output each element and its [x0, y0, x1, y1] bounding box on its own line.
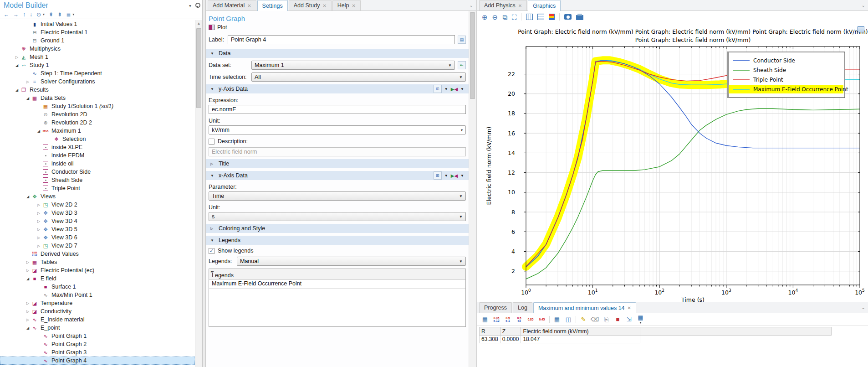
- move-down-icon[interactable]: ↓: [30, 11, 32, 18]
- collapse-icon[interactable]: ◢: [36, 129, 42, 133]
- expand-all-icon[interactable]: ⇟: [57, 11, 62, 18]
- settings-tab-add-material[interactable]: Add Material✕: [208, 0, 256, 10]
- color-legend-icon[interactable]: [549, 14, 555, 20]
- tree-item-triple-point[interactable]: Triple Point: [0, 184, 195, 192]
- dataset-dropdown[interactable]: Maximum 1▼: [251, 61, 455, 70]
- expand-icon[interactable]: ▷: [36, 211, 42, 215]
- tree-item-conductivity[interactable]: ▷◪Conductivity: [0, 307, 195, 315]
- show-legends-checkbox[interactable]: ✓: [209, 248, 214, 254]
- cell-color-icon[interactable]: ■: [613, 315, 622, 324]
- plot-button[interactable]: Plot: [209, 23, 466, 31]
- collapse-icon[interactable]: ◢: [25, 277, 31, 281]
- collapse-icon[interactable]: ◢: [14, 88, 20, 92]
- print-icon[interactable]: [576, 15, 583, 20]
- collapse-icon[interactable]: ◢: [25, 96, 31, 100]
- expand-icon[interactable]: ▷: [36, 236, 42, 240]
- tree-item-temperature[interactable]: ▷◪Temperature: [0, 299, 195, 307]
- show-icon[interactable]: ⊙: [36, 11, 41, 18]
- tree-item-mesh-1[interactable]: ▷◭Mesh 1: [0, 53, 195, 61]
- close-icon[interactable]: ✕: [322, 3, 326, 8]
- update-table-icon[interactable]: ▦: [481, 315, 489, 324]
- expression-edit-icon[interactable]: ⊞: [434, 85, 442, 93]
- tree-item-max-min-point-1[interactable]: ∿Max/Min Point 1: [0, 291, 195, 299]
- expand-icon[interactable]: ▷: [25, 318, 31, 322]
- replace-expression-icon[interactable]: ▶◀: [451, 173, 458, 178]
- tree-item-step-1-time-dependent[interactable]: ∿Step 1: Time Dependent: [0, 69, 195, 78]
- tree-item-revolution-2d-2[interactable]: ⊜Revolution 2D 2: [0, 119, 195, 127]
- collapse-icon[interactable]: ◢: [25, 326, 31, 330]
- tree-item-inside-oil[interactable]: inside oil: [0, 160, 195, 168]
- collapse-icon[interactable]: ◢: [14, 63, 20, 67]
- table-histogram-icon[interactable]: ◫: [564, 315, 572, 324]
- tree-item-data-sets[interactable]: ◢▦Data Sets: [0, 94, 195, 102]
- chevron-down-icon[interactable]: ▼: [460, 174, 464, 178]
- panel-menu-icon[interactable]: ▾: [189, 3, 191, 8]
- copy-table-icon[interactable]: ⎘: [602, 315, 610, 324]
- table-surface-icon[interactable]: ▦: [553, 315, 561, 324]
- chevron-down-icon[interactable]: ▾: [43, 12, 45, 16]
- section-coloring-style[interactable]: ▷ Coloring and Style: [206, 224, 469, 233]
- expand-icon[interactable]: ▷: [25, 269, 31, 273]
- precision-display-icon[interactable]: 0.45: [538, 315, 546, 324]
- forward-icon[interactable]: →: [13, 11, 19, 18]
- close-icon[interactable]: ✕: [352, 3, 356, 8]
- tree-item-study-1-solution-1[interactable]: ▦Study 1/Solution 1 (sol1): [0, 102, 195, 110]
- tree-item-e-inside-material[interactable]: ▷∿E_Inside material: [0, 315, 195, 324]
- tree-item-electric-potential-1[interactable]: ⊟Electric Potential 1: [0, 28, 195, 36]
- tree-item-results[interactable]: ◢❐Results: [0, 86, 195, 94]
- section-title[interactable]: ▷ Title: [206, 159, 469, 168]
- tree-item-surface-1[interactable]: ■Surface 1: [0, 283, 195, 291]
- tree-item-tables[interactable]: ▷▦Tables: [0, 258, 195, 266]
- results-tab-progress[interactable]: Progress: [479, 302, 512, 313]
- tree-item-selection[interactable]: ❖Selection: [0, 135, 195, 143]
- graphics-tab-graphics[interactable]: Graphics: [528, 0, 561, 11]
- expand-icon[interactable]: ▷: [36, 203, 42, 207]
- legend-row[interactable]: Maximum E-Field Occurrence Point: [209, 280, 465, 289]
- expression-input[interactable]: [209, 105, 466, 114]
- legends-mode-dropdown[interactable]: Manual▼: [237, 257, 466, 266]
- zoom-box-icon[interactable]: ⧉: [502, 14, 507, 21]
- tree-item-maximum-1[interactable]: ◢MAXMaximum 1: [0, 127, 195, 135]
- tree-item-study-1[interactable]: ◢∾Study 1: [0, 61, 195, 69]
- tree-item-view-2d-7[interactable]: ▷◳View 2D 7: [0, 242, 195, 250]
- paint-icon[interactable]: ✎: [579, 315, 587, 324]
- tree-item-inside-epdm[interactable]: inside EPDM: [0, 151, 195, 160]
- clear-table-icon[interactable]: ⌫: [591, 315, 599, 324]
- settings-tab-settings[interactable]: Settings: [257, 0, 288, 11]
- rename-icon[interactable]: ▤: [458, 36, 466, 44]
- zoom-extents-icon[interactable]: ⛶: [512, 14, 517, 21]
- chevron-down-icon[interactable]: ▼: [460, 87, 464, 91]
- panel-divider[interactable]: [203, 0, 206, 367]
- view-menu-icon[interactable]: ⌄: [862, 305, 865, 310]
- description-input[interactable]: [209, 147, 466, 156]
- tree-item-point-graph-4[interactable]: ∿Point Graph 4: [0, 357, 195, 365]
- close-icon[interactable]: ✕: [628, 305, 631, 310]
- replace-expression-icon[interactable]: ▶◀: [451, 87, 458, 92]
- expand-icon[interactable]: ▷: [25, 260, 31, 264]
- parameter-dropdown[interactable]: Time▼: [209, 191, 466, 201]
- tree-item-view-3d-4[interactable]: ▷✥View 3D 4: [0, 217, 195, 225]
- tree-item-view-3d-3[interactable]: ▷✥View 3D 3: [0, 209, 195, 217]
- time-selection-dropdown[interactable]: All▼: [251, 72, 466, 82]
- settings-tab-add-study[interactable]: Add Study✕: [289, 0, 332, 10]
- tree-item-views[interactable]: ◢✥Views: [0, 192, 195, 201]
- chevron-down-icon[interactable]: ▼: [444, 174, 448, 178]
- tree-item-e-point[interactable]: ◢∿E_point: [0, 324, 195, 332]
- description-checkbox[interactable]: [209, 139, 214, 145]
- tree-item-initial-values-1[interactable]: ▮Initial Values 1: [0, 20, 195, 28]
- section-x-axis-data[interactable]: ▼ x-Axis Data ⊞▼ ▶◀▼: [206, 171, 469, 180]
- move-up-icon[interactable]: ↑: [23, 11, 26, 18]
- collapse-icon[interactable]: ◢: [25, 195, 31, 199]
- close-icon[interactable]: ✕: [518, 3, 522, 8]
- table-menu-icon[interactable]: ▦▾: [636, 315, 644, 324]
- scroll-up-icon[interactable]: ▲: [195, 20, 202, 27]
- tree-scrollbar[interactable]: ▲: [195, 20, 202, 367]
- results-tab-log[interactable]: Log: [513, 302, 532, 313]
- go-to-source-icon[interactable]: ⇤: [458, 61, 466, 69]
- tree-item-point-graph-1[interactable]: ∿Point Graph 1: [0, 332, 195, 340]
- zoom-in-icon[interactable]: ⊕: [482, 14, 488, 21]
- expand-icon[interactable]: ▷: [36, 244, 42, 248]
- legend-row[interactable]: [209, 289, 465, 297]
- legends-table-header[interactable]: ▸▸ Legends: [209, 269, 465, 280]
- y-unit-combo[interactable]: kV/mm▾: [209, 125, 466, 134]
